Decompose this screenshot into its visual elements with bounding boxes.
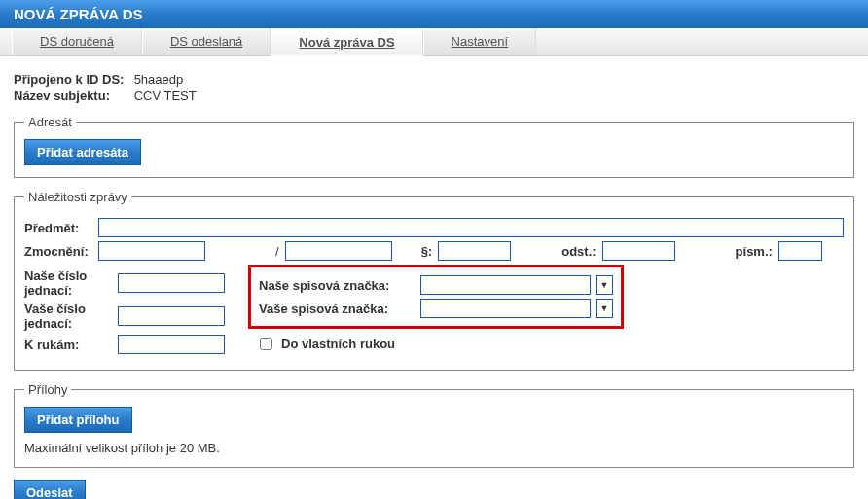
nase-cislo-input[interactable]	[118, 273, 225, 293]
conn-subj-value: CCV TEST	[134, 89, 197, 103]
paragraph-label: §:	[421, 244, 433, 259]
prilohy-legend: Přílohy	[24, 382, 71, 397]
nalezitosti-fieldset: Náležitosti zprávy Předmět: Zmocnění: / …	[14, 190, 854, 371]
predmet-input[interactable]	[98, 218, 844, 237]
vase-cislo-label: Vaše číslo jednací:	[24, 302, 112, 331]
page-header: NOVÁ ZPRÁVA DS	[0, 0, 868, 28]
conn-id-row: Připojeno k ID DS: 5haaedp	[14, 72, 854, 87]
pism-label: písm.:	[736, 244, 773, 259]
vase-cislo-input[interactable]	[118, 306, 225, 326]
odst-input[interactable]	[602, 241, 675, 261]
conn-id-label: Připojeno k ID DS:	[14, 72, 130, 87]
tab-dorucena[interactable]: DS doručená	[12, 28, 142, 55]
adresat-fieldset: Adresát Přidat adresáta	[14, 115, 854, 178]
zmocneni-input-2[interactable]	[285, 241, 392, 261]
nase-znacka-input[interactable]	[420, 275, 591, 295]
vase-znacka-dropdown[interactable]: ▼	[596, 299, 613, 318]
tab-odeslana[interactable]: DS odeslaná	[142, 28, 271, 55]
nase-znacka-dropdown[interactable]: ▼	[596, 275, 613, 295]
content-area: Připojeno k ID DS: 5haaedp Název subjekt…	[0, 56, 868, 499]
tab-bar: DS doručená DS odeslaná Nová zpráva DS N…	[0, 28, 868, 56]
zmocneni-input-1[interactable]	[98, 241, 205, 261]
k-rukam-input[interactable]	[118, 335, 225, 354]
vase-znacka-label: Vaše spisová značka:	[259, 302, 415, 316]
add-attachment-button[interactable]: Přidat přílohu	[24, 407, 132, 433]
add-recipient-button[interactable]: Přidat adresáta	[24, 139, 141, 165]
k-rukam-label: K rukám:	[24, 338, 112, 352]
tab-nastaveni[interactable]: Nastavení	[423, 28, 537, 55]
tab-nova[interactable]: Nová zpráva DS	[271, 29, 422, 56]
nalezitosti-legend: Náležitosti zprávy	[24, 190, 131, 204]
predmet-label: Předmět:	[24, 221, 92, 235]
paragraph-input[interactable]	[438, 241, 511, 261]
prilohy-fieldset: Přílohy Přidat přílohu Maximální velikos…	[14, 382, 854, 468]
slash-label: /	[275, 244, 279, 259]
nase-cislo-label: Naše číslo jednací:	[24, 268, 112, 298]
nase-znacka-label: Naše spisová značka:	[259, 278, 415, 293]
page-title: NOVÁ ZPRÁVA DS	[14, 6, 143, 22]
pism-input[interactable]	[778, 241, 822, 261]
conn-subj-row: Název subjektu: CCV TEST	[14, 89, 854, 103]
vase-znacka-input[interactable]	[420, 299, 591, 318]
odst-label: odst.:	[561, 244, 596, 259]
vlastni-rukou-label: Do vlastních rukou	[281, 337, 395, 351]
adresat-legend: Adresát	[24, 115, 76, 129]
zmocneni-label: Zmocnění:	[24, 244, 92, 259]
send-button[interactable]: Odeslat	[14, 480, 86, 499]
attachment-hint: Maximální velikost příloh je 20 MB.	[24, 441, 844, 455]
conn-subj-label: Název subjektu:	[14, 89, 130, 103]
vlastni-rukou-checkbox[interactable]	[260, 338, 272, 350]
conn-id-value: 5haaedp	[134, 72, 184, 87]
highlight-box: Naše spisová značka: ▼ Vaše spisová znač…	[248, 265, 624, 329]
